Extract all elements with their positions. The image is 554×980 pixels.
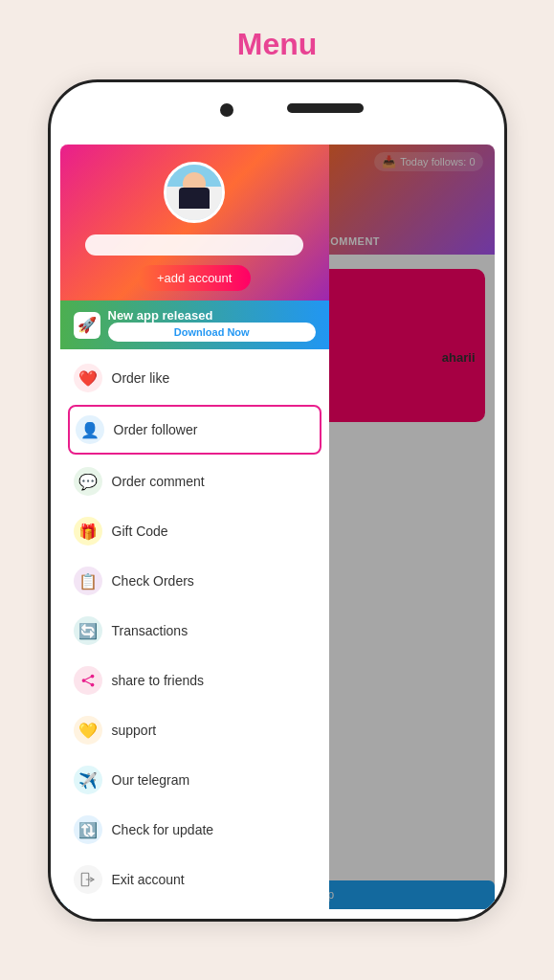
menu-item-check-orders[interactable]: 📋 Check Orders <box>60 556 329 606</box>
order-comment-icon: 💬 <box>74 467 102 496</box>
svg-point-1 <box>90 675 94 679</box>
order-like-icon: ❤️ <box>74 364 102 392</box>
phone-camera <box>220 103 233 117</box>
gift-code-icon: 🎁 <box>74 517 102 546</box>
transactions-label: Transactions <box>112 623 188 638</box>
menu-item-order-follower[interactable]: 👤 Order follower <box>68 405 321 455</box>
menu-item-support[interactable]: 💛 support <box>60 705 329 755</box>
svg-line-4 <box>85 681 91 684</box>
menu-item-exit-account[interactable]: Exit account <box>60 855 329 904</box>
username-bar <box>85 234 303 256</box>
order-comment-label: Order comment <box>112 474 205 489</box>
dim-overlay <box>329 145 495 909</box>
menu-item-order-comment[interactable]: 💬 Order comment <box>60 457 329 506</box>
support-icon: 💛 <box>74 716 102 745</box>
download-button[interactable]: Download Now <box>108 323 316 342</box>
menu-item-gift-code[interactable]: 🎁 Gift Code <box>60 506 329 556</box>
transactions-icon: 🔄 <box>74 616 102 645</box>
new-app-icon: 🚀 <box>74 312 100 339</box>
our-telegram-label: Our telegram <box>112 772 190 788</box>
new-app-banner: 🚀 New app released Download Now <box>60 301 329 349</box>
menu-overlay: +add account 🚀 New app released Download… <box>60 145 329 909</box>
phone-screen: 🪙 0 + FOLLOW COMMENT 📥 Today follows: 0 … <box>60 145 495 909</box>
phone-speaker <box>287 103 364 113</box>
gift-code-label: Gift Code <box>112 523 168 539</box>
share-friends-label: share to friends <box>112 673 205 688</box>
phone-frame: 🪙 0 + FOLLOW COMMENT 📥 Today follows: 0 … <box>48 79 507 922</box>
svg-line-3 <box>85 677 91 679</box>
menu-items: ❤️ Order like 👤 Order follower 💬 Order c… <box>60 349 329 909</box>
order-follower-icon: 👤 <box>76 415 104 444</box>
our-telegram-icon: ✈️ <box>74 766 102 794</box>
page-title: Menu <box>237 27 318 62</box>
new-app-label: New app released <box>108 308 316 323</box>
order-like-label: Order like <box>112 370 170 386</box>
avatar <box>164 162 225 223</box>
avatar-body <box>179 188 210 209</box>
add-account-button[interactable]: +add account <box>138 265 251 291</box>
check-update-icon: 🔃 <box>74 815 102 844</box>
exit-account-label: Exit account <box>112 872 185 887</box>
support-label: support <box>112 723 157 738</box>
svg-point-0 <box>81 679 85 682</box>
check-orders-icon: 📋 <box>74 567 102 595</box>
menu-item-transactions[interactable]: 🔄 Transactions <box>60 606 329 656</box>
menu-item-check-update[interactable]: 🔃 Check for update <box>60 805 329 855</box>
menu-item-share-friends[interactable]: share to friends <box>60 656 329 705</box>
check-orders-label: Check Orders <box>112 573 194 589</box>
menu-item-order-like[interactable]: ❤️ Order like <box>60 353 329 403</box>
check-update-label: Check for update <box>112 822 214 837</box>
share-friends-icon <box>74 666 102 695</box>
menu-header: +add account <box>60 145 329 301</box>
order-follower-label: Order follower <box>114 422 198 437</box>
avatar-person <box>166 165 222 220</box>
exit-account-icon <box>74 865 102 894</box>
svg-point-2 <box>90 683 94 687</box>
menu-item-our-telegram[interactable]: ✈️ Our telegram <box>60 755 329 805</box>
